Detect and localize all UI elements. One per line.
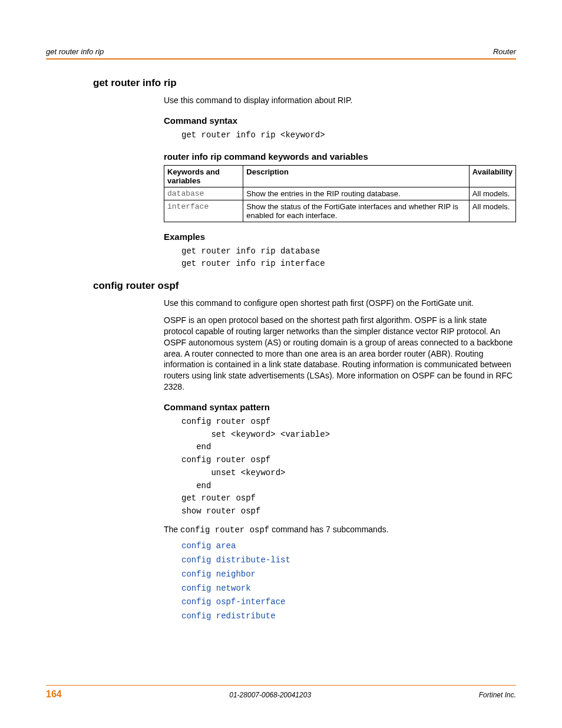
command-syntax-heading: Command syntax xyxy=(164,116,516,126)
table-heading: router info rip command keywords and var… xyxy=(164,151,516,162)
th-availability: Availability xyxy=(469,165,515,187)
subcommand-link[interactable]: config area xyxy=(181,539,516,554)
intro-rip: Use this command to display information … xyxy=(164,95,516,106)
syntax-pattern-heading: Command syntax pattern xyxy=(164,402,516,412)
table-header-row: Keywords and variables Description Avail… xyxy=(164,165,516,187)
th-keywords: Keywords and variables xyxy=(164,165,243,187)
sub-code: config router ospf xyxy=(180,525,269,535)
section-title-ospf: config router ospf xyxy=(93,280,516,292)
example-code: get router info rip database xyxy=(181,245,516,258)
intro-ospf: Use this command to configure open short… xyxy=(164,298,516,309)
table-row: interface Show the status of the FortiGa… xyxy=(164,200,516,222)
syntax-code-rip: get router info rip <keyword> xyxy=(181,129,516,142)
examples-heading: Examples xyxy=(164,232,516,242)
header-right: Router xyxy=(493,47,516,56)
cell-keyword: interface xyxy=(164,200,243,222)
para-ospf: OSPF is an open protocol based on the sh… xyxy=(164,315,516,393)
subcommand-link[interactable]: config neighbor xyxy=(181,568,516,582)
page-header: get router info rip Router xyxy=(46,47,516,58)
section-title-rip: get router info rip xyxy=(93,77,516,89)
keywords-table: Keywords and variables Description Avail… xyxy=(164,165,516,222)
footer-docid: 01-28007-0068-20041203 xyxy=(229,691,311,699)
subcommands-sentence: The config router ospf command has 7 sub… xyxy=(164,524,516,536)
example-code: get router info rip interface xyxy=(181,258,516,271)
sub-pre: The xyxy=(164,525,180,534)
th-description: Description xyxy=(243,165,470,187)
subcommand-link[interactable]: config redistribute xyxy=(181,610,516,624)
subcommand-link[interactable]: config ospf-interface xyxy=(181,595,516,610)
sub-post: command has 7 subcommands. xyxy=(269,525,388,534)
cell-avail: All models. xyxy=(469,200,515,222)
cell-desc: Show the entries in the RIP routing data… xyxy=(243,187,470,200)
footer-rule xyxy=(46,685,516,686)
syntax-pattern-code: config router ospf set <keyword> <variab… xyxy=(181,416,516,518)
header-left: get router info rip xyxy=(46,47,104,56)
header-rule xyxy=(46,58,516,60)
subcommand-link[interactable]: config network xyxy=(181,582,516,596)
cell-keyword: database xyxy=(164,187,243,200)
page-number: 164 xyxy=(46,689,62,700)
cell-desc: Show the status of the FortiGate interfa… xyxy=(243,200,470,222)
cell-avail: All models. xyxy=(469,187,515,200)
subcommand-link[interactable]: config distribute-list xyxy=(181,554,516,568)
table-row: database Show the entries in the RIP rou… xyxy=(164,187,516,200)
footer-company: Fortinet Inc. xyxy=(479,691,516,699)
page-footer: 164 01-28007-0068-20041203 Fortinet Inc. xyxy=(46,685,516,700)
